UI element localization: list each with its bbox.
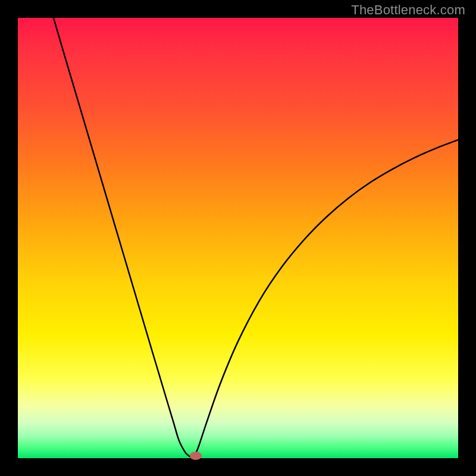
bottleneck-curve-left [54,18,193,458]
bottleneck-curve-right [193,140,458,458]
minimum-marker [190,452,202,460]
plot-area [18,18,458,458]
curve-svg [18,18,458,458]
chart-frame: TheBottleneck.com [0,0,476,476]
watermark-text: TheBottleneck.com [351,2,465,18]
